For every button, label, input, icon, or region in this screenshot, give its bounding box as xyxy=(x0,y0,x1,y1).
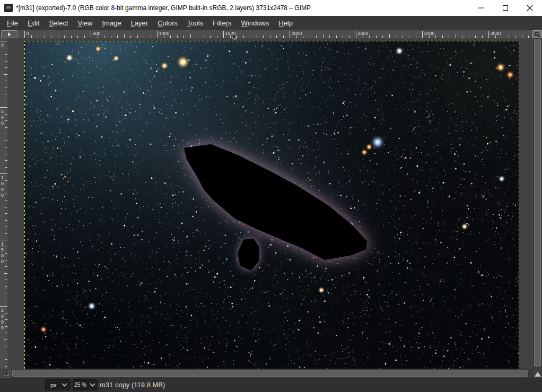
titlebar[interactable]: *[m31] (exported)-7.0 (RGB color 8-bit g… xyxy=(0,0,542,16)
status-bar: px 25 % m31 copy (119.8 MB) xyxy=(0,378,542,392)
menu-item-file[interactable]: File xyxy=(2,16,23,30)
gimp-logo-icon xyxy=(4,4,13,12)
menu-item-select[interactable]: Select xyxy=(44,16,73,30)
menu-item-help[interactable]: Help xyxy=(274,16,298,30)
horizontal-scrollbar-thumb[interactable] xyxy=(12,370,528,377)
vertical-ruler[interactable] xyxy=(0,38,7,369)
zoom-control[interactable]: 25 % xyxy=(73,379,97,390)
vertical-scrollbar-thumb[interactable] xyxy=(534,39,541,367)
triangle-right-icon xyxy=(8,32,11,37)
unit-dropdown[interactable]: px xyxy=(45,379,71,390)
menu-item-filters[interactable]: Filters xyxy=(208,16,236,30)
mouse-cursor-icon xyxy=(231,32,240,41)
quick-mask-toggle[interactable] xyxy=(1,369,11,378)
horizontal-ruler[interactable] xyxy=(18,30,533,38)
close-button[interactable] xyxy=(518,0,542,16)
gimp-window: *[m31] (exported)-7.0 (RGB color 8-bit g… xyxy=(0,0,542,392)
quick-mask-icon xyxy=(4,371,8,376)
menu-item-view[interactable]: View xyxy=(73,16,98,30)
minimize-button[interactable] xyxy=(469,0,493,16)
chevron-down-icon xyxy=(90,383,95,387)
chevron-down-icon xyxy=(62,383,67,387)
window-title: *[m31] (exported)-7.0 (RGB color 8-bit g… xyxy=(16,4,311,12)
menu-item-layer[interactable]: Layer xyxy=(126,16,153,30)
zoom-follow-window-button[interactable] xyxy=(532,30,542,38)
menu-item-colors[interactable]: Colors xyxy=(153,16,182,30)
unit-label: px xyxy=(50,382,57,388)
zoom-value[interactable]: 25 % xyxy=(73,379,88,390)
vertical-scrollbar[interactable] xyxy=(533,38,542,369)
menu-item-tools[interactable]: Tools xyxy=(182,16,208,30)
magnifier-icon xyxy=(534,31,540,38)
navigation-button[interactable] xyxy=(533,369,542,378)
status-message: m31 copy (119.8 MB) xyxy=(100,378,165,392)
menu-item-windows[interactable]: Windows xyxy=(237,16,274,30)
horizontal-scrollbar[interactable] xyxy=(11,369,533,378)
menu-item-image[interactable]: Image xyxy=(97,16,126,30)
maximize-button[interactable] xyxy=(493,0,518,16)
minimize-icon xyxy=(478,5,484,11)
zoom-dropdown-button[interactable] xyxy=(88,379,97,390)
close-icon xyxy=(527,5,533,11)
image-canvas[interactable] xyxy=(24,41,519,369)
navigation-arrow-icon xyxy=(535,372,541,377)
menu-item-edit[interactable]: Edit xyxy=(23,16,44,30)
canvas-menu-button[interactable] xyxy=(1,30,18,38)
canvas-viewport[interactable] xyxy=(7,38,533,369)
menu-bar: FileEditSelectViewImageLayerColorsToolsF… xyxy=(0,16,542,30)
maximize-icon xyxy=(502,5,509,11)
